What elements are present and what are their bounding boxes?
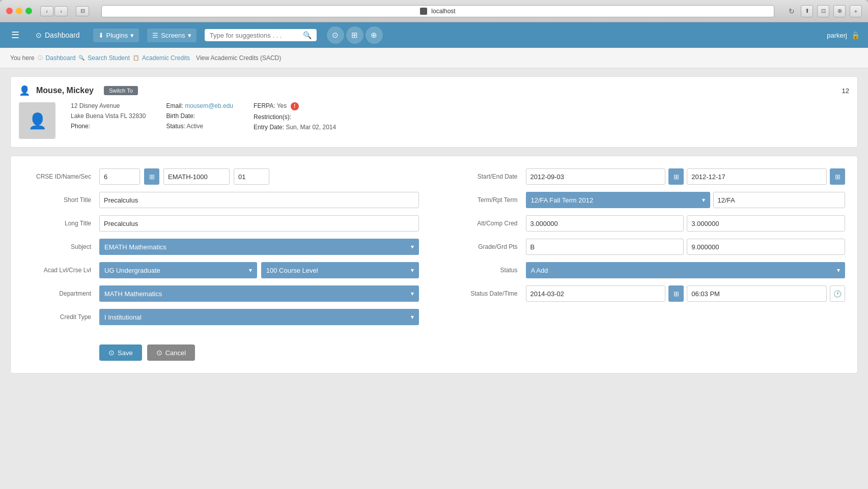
status-select-wrapper: A Add: [526, 262, 846, 278]
close-button[interactable]: [6, 8, 13, 14]
crse-lvl-select[interactable]: 100 Course Level: [261, 262, 419, 278]
term-select-wrapper: 12/FA Fall Term 2012: [526, 192, 710, 208]
short-title-input[interactable]: [99, 192, 419, 208]
acad-lvl-label: Acad Lvl/Crse Lvl: [23, 267, 99, 274]
end-date-cal-button[interactable]: ⊞: [830, 168, 845, 185]
status-select[interactable]: A Add: [526, 262, 846, 278]
entry-date-value: Sun, Mar 02, 2014: [286, 124, 336, 131]
url-bar[interactable]: localhost: [101, 5, 774, 17]
department-select-wrapper: MATH Mathematics: [99, 285, 419, 302]
refresh-button[interactable]: ↻: [787, 6, 797, 16]
start-date-input[interactable]: [526, 168, 666, 185]
crse-id-cal-button[interactable]: ⊞: [144, 168, 159, 185]
breadcrumb-search-student[interactable]: Search Student: [88, 54, 130, 62]
status-value: Active: [186, 123, 203, 130]
birth-date-label: Birth Date:: [166, 112, 195, 120]
student-status-row: Status: Active: [166, 123, 233, 130]
screens-button[interactable]: ☰ Screens ▾: [147, 28, 197, 42]
grade-grd-pts-row: Grade/Grd Pts: [450, 239, 846, 255]
forward-button[interactable]: ›: [54, 6, 68, 16]
screens-icon: ☰: [152, 32, 158, 39]
crse-id-label: CRSE ID/Name/Sec: [23, 173, 99, 180]
crse-sec-input[interactable]: [234, 168, 269, 185]
student-address-line1: 12 Disney Avenue: [71, 102, 146, 109]
dashboard-nav-item[interactable]: ⊙ Dashboard: [31, 28, 85, 42]
username: parkerj: [827, 32, 847, 39]
att-comp-cred-inputs: [526, 215, 846, 232]
acad-lvl-inputs: UG Undergraduate 100 Course Level: [99, 262, 419, 278]
nav-action-3[interactable]: ⊕: [366, 26, 383, 44]
cancel-icon: ⊙: [156, 349, 162, 357]
start-date-cal-button[interactable]: ⊞: [668, 168, 684, 185]
status-date-input[interactable]: [526, 285, 666, 302]
ferpa-flag[interactable]: !: [291, 102, 299, 110]
status-date-cal-button[interactable]: ⊞: [668, 285, 684, 302]
breadcrumb-dashboard[interactable]: Dashboard: [46, 54, 76, 62]
save-button[interactable]: ⊙ Save: [99, 344, 142, 361]
restrictions-label: Restriction(s):: [254, 113, 291, 121]
crse-name-input[interactable]: [163, 168, 230, 185]
add-tab-button[interactable]: +: [850, 5, 862, 17]
status-time-clock-button[interactable]: 🕐: [830, 285, 845, 302]
department-select[interactable]: MATH Mathematics: [99, 285, 419, 302]
email-label: Email:: [166, 102, 183, 109]
breadcrumb-sep-3: 📋: [133, 55, 139, 61]
student-email-col: Email: mousem@eb.edu Birth Date: Status:…: [166, 102, 233, 131]
ferpa-label: FERPA:: [254, 102, 275, 109]
att-comp-cred-label: Att/Comp Cred: [450, 220, 526, 227]
hamburger-menu[interactable]: ☰: [8, 26, 22, 44]
browser-nav-buttons: ‹ ›: [40, 6, 68, 16]
end-date-input[interactable]: [687, 168, 827, 185]
long-title-label: Long Title: [23, 220, 99, 227]
nav-action-1[interactable]: ⊙: [327, 26, 344, 44]
rpt-term-input[interactable]: [713, 192, 845, 208]
student-phone-row: Phone:: [71, 123, 146, 130]
nav-action-buttons: ⊙ ⊞ ⊕: [327, 26, 383, 44]
search-input[interactable]: [210, 32, 300, 39]
download-button[interactable]: ⊕: [833, 5, 846, 17]
layout-button[interactable]: ⊟: [76, 6, 89, 16]
app-navbar: ☰ ⊙ Dashboard ⬇ Plugins ▾ ☰ Screens ▾ 🔍 …: [0, 22, 868, 48]
comp-cred-input[interactable]: [687, 215, 845, 232]
crse-lvl-select-wrapper: 100 Course Level: [261, 262, 419, 278]
long-title-input[interactable]: [99, 215, 419, 232]
status-time-input[interactable]: [687, 285, 827, 302]
subject-select[interactable]: EMATH Mathematics: [99, 239, 419, 255]
ferpa-value: Yes: [277, 102, 287, 109]
share-button[interactable]: ⬆: [801, 5, 813, 17]
grd-pts-input[interactable]: [687, 239, 845, 255]
search-bar[interactable]: 🔍: [205, 29, 317, 41]
grade-grd-pts-inputs: [526, 239, 846, 255]
email-link[interactable]: mousem@eb.edu: [185, 102, 233, 109]
acad-lvl-select[interactable]: UG Undergraduate: [99, 262, 257, 278]
cancel-label: Cancel: [165, 349, 186, 357]
entry-date-label: Entry Date:: [254, 124, 284, 131]
status-date-time-inputs: ⊞ 🕐: [526, 285, 846, 302]
term-select[interactable]: 12/FA Fall Term 2012: [526, 192, 710, 208]
grade-input[interactable]: [526, 239, 684, 255]
student-address-col: 12 Disney Avenue Lake Buena Vista FL 328…: [71, 102, 146, 131]
credit-type-select[interactable]: I Institutional: [99, 309, 419, 325]
short-title-label: Short Title: [23, 196, 99, 204]
screens-label: Screens: [161, 32, 185, 39]
minimize-button[interactable]: [16, 8, 22, 14]
breadcrumb-academic-credits[interactable]: Academic Credits: [142, 54, 190, 62]
crse-id-input[interactable]: [99, 168, 140, 185]
switch-to-button[interactable]: Switch To: [104, 86, 138, 95]
student-card: 👤 Mouse, Mickey Switch To 12 👤 12 Disney…: [10, 76, 858, 148]
user-area: parkerj 🔒: [827, 31, 860, 39]
nav-action-2[interactable]: ⊞: [346, 26, 363, 44]
plugins-button[interactable]: ⬇ Plugins ▾: [93, 28, 139, 42]
att-cred-input[interactable]: [526, 215, 684, 232]
maximize-button[interactable]: [25, 8, 32, 14]
tab-button[interactable]: ⊡: [817, 5, 829, 17]
plugins-icon: ⬇: [98, 32, 104, 39]
cancel-button[interactable]: ⊙ Cancel: [147, 344, 195, 361]
subject-select-wrapper: EMATH Mathematics: [99, 239, 419, 255]
back-button[interactable]: ‹: [40, 6, 53, 16]
start-end-date-label: Start/End Date: [450, 173, 526, 180]
student-person-icon: 👤: [19, 85, 30, 96]
student-photo: 👤: [19, 102, 55, 139]
student-name: Mouse, Mickey: [36, 86, 94, 95]
student-id: 12: [842, 87, 849, 95]
